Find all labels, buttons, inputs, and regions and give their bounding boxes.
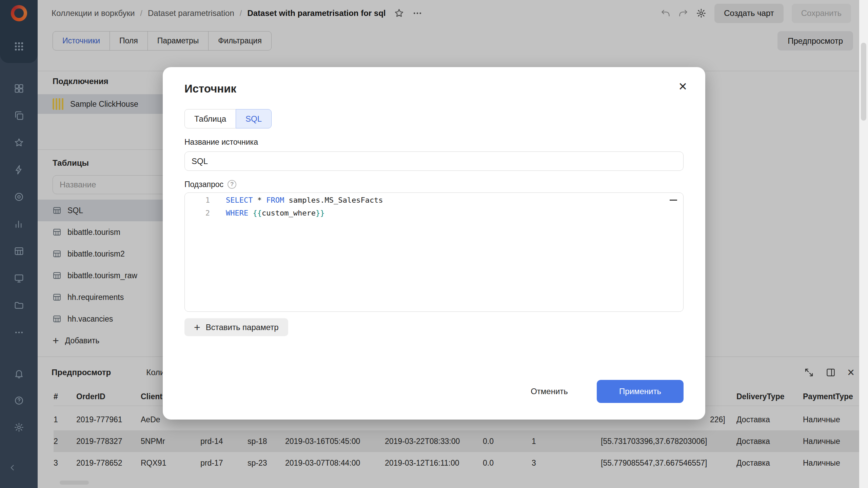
line-number: 1 [185,194,210,207]
cancel-button[interactable]: Отменить [522,380,576,403]
close-modal-icon[interactable]: × [678,79,687,94]
line-number: 2 [185,207,210,220]
source-type-tab-sql[interactable]: SQL [236,109,272,128]
code-line: 2WHERE {{custom_where}} [185,207,683,220]
modal-title: Источник [184,82,684,96]
subquery-label-row: Подзапрос ? [184,180,684,189]
source-name-input[interactable] [184,151,684,171]
code-text: SELECT * FROM samples.MS_SalesFacts [210,194,383,207]
source-type-tabs: ТаблицаSQL [184,109,272,128]
code-line: 1SELECT * FROM samples.MS_SalesFacts [185,194,683,207]
source-type-tab-table[interactable]: Таблица [184,109,236,128]
vertical-scrollbar[interactable] [859,0,868,488]
subquery-label: Подзапрос [184,180,223,189]
source-modal: × Источник ТаблицаSQL Название источника… [163,67,705,420]
source-name-label: Название источника [184,137,684,147]
sql-editor[interactable]: 1SELECT * FROM samples.MS_SalesFacts2WHE… [184,192,684,312]
help-icon[interactable]: ? [228,180,236,189]
app: Коллекции и воркбуки/Dataset parametrisa… [0,0,868,488]
apply-button[interactable]: Применить [597,380,684,403]
code-text: WHERE {{custom_where}} [210,207,324,220]
insert-parameter-button[interactable]: + Вставить параметр [184,318,288,336]
vertical-scrollbar-thumb[interactable] [861,43,866,121]
plus-icon: + [194,322,200,333]
modal-footer: Отменить Применить [522,380,684,403]
sql-editor-lines: 1SELECT * FROM samples.MS_SalesFacts2WHE… [185,194,683,220]
fold-minus-icon[interactable] [670,200,677,201]
insert-parameter-label: Вставить параметр [206,323,279,332]
